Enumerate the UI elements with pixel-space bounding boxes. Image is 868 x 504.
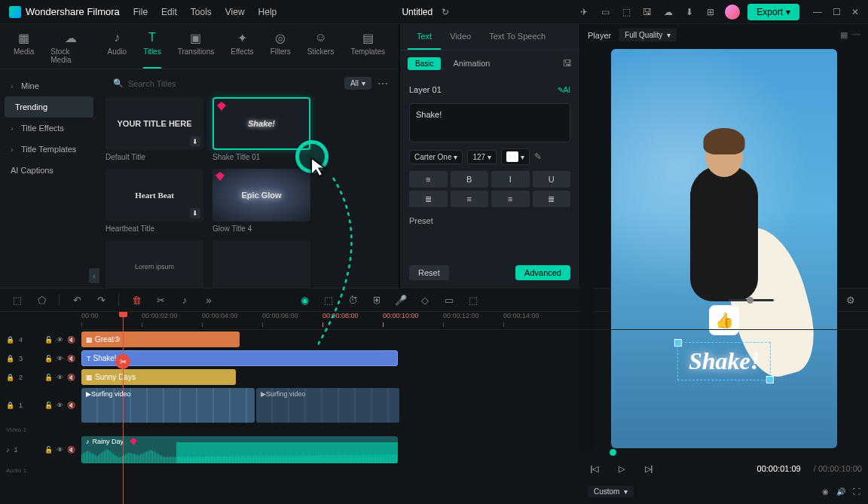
- title-thumb-glow[interactable]: Epic Glow: [212, 169, 310, 221]
- search-input[interactable]: 🔍Search Titles: [108, 75, 338, 91]
- video-clip-2[interactable]: ▶ Surfing video: [256, 388, 399, 423]
- title-card[interactable]: [212, 240, 310, 288]
- italic-button[interactable]: I: [491, 171, 530, 188]
- keyframe-tool[interactable]: ◇: [418, 293, 432, 307]
- split-marker[interactable]: ✂: [115, 354, 130, 369]
- title-card[interactable]: Epic Glow Glow Title 4: [212, 169, 310, 233]
- align-center-button[interactable]: ≡: [491, 191, 530, 207]
- title-thumb-heartbeat[interactable]: Heart Beat⬇: [105, 169, 203, 221]
- eyedropper-icon[interactable]: ✎: [534, 151, 542, 162]
- clip-sunny[interactable]: ▦Sunny Days: [81, 369, 236, 385]
- title-thumb-lorem[interactable]: Lorem ipsum: [105, 240, 203, 288]
- history-icon[interactable]: ↻: [439, 5, 452, 19]
- track-label-video[interactable]: 🔒1🔓👁🔇: [0, 386, 81, 424]
- track-4[interactable]: ▦Great③: [81, 330, 868, 349]
- align-right-button[interactable]: ≣: [533, 191, 571, 207]
- timeline-ruler[interactable]: 00:00 00:00:02:00 00:00:04:00 00:00:06:0…: [81, 312, 868, 330]
- more-options[interactable]: ⋯: [377, 78, 388, 90]
- speed-tool[interactable]: ⏱: [346, 293, 359, 307]
- select-tool[interactable]: ⬚: [11, 293, 24, 307]
- delete-button[interactable]: 🗑: [130, 293, 143, 307]
- apps-icon[interactable]: ⊞: [704, 5, 717, 19]
- bold-button[interactable]: B: [451, 171, 489, 188]
- filter-dropdown[interactable]: All▾: [344, 77, 371, 90]
- playhead[interactable]: [123, 312, 124, 504]
- sidebar-item-trending[interactable]: Trending: [5, 96, 93, 118]
- text-input[interactable]: Shake!: [409, 103, 570, 142]
- close-button[interactable]: ✕: [851, 7, 859, 17]
- reset-button[interactable]: Reset: [409, 265, 449, 280]
- underline-button[interactable]: U: [533, 171, 571, 188]
- video-track[interactable]: ▶ Surfing video ▶ Surfing video: [81, 386, 868, 424]
- crop-tool[interactable]: ⬚: [322, 293, 335, 307]
- title-thumb-shake[interactable]: Shake!: [212, 97, 310, 150]
- download-icon[interactable]: ⬇: [683, 5, 696, 19]
- menu-edit[interactable]: Edit: [161, 7, 177, 17]
- track-label-2[interactable]: 🔒2🔓👁🔇: [0, 368, 81, 386]
- tab-audio[interactable]: ♪Audio: [108, 30, 127, 69]
- waveform-icon[interactable]: 〰: [852, 30, 860, 40]
- save-preset-icon[interactable]: 🖫: [563, 58, 572, 69]
- minimize-button[interactable]: —: [813, 7, 822, 17]
- advanced-button[interactable]: Advanced: [515, 265, 570, 280]
- track-label-audio[interactable]: ♪1🔓👁🔇: [0, 435, 81, 465]
- font-size-input[interactable]: 127▾: [467, 150, 497, 164]
- screen-icon[interactable]: ⬚: [619, 5, 633, 19]
- grid-icon[interactable]: ▦: [840, 30, 848, 40]
- audio-clip-rainy[interactable]: ♪Rainy Day: [81, 436, 398, 463]
- tab-filters[interactable]: ◎Filters: [270, 30, 291, 69]
- user-avatar[interactable]: [725, 5, 740, 20]
- title-thumb-default[interactable]: YOUR TITLE HERE⬇: [105, 97, 203, 150]
- device-icon[interactable]: ▭: [598, 5, 612, 19]
- maximize-button[interactable]: ☐: [833, 7, 841, 17]
- download-icon[interactable]: ⬇: [190, 136, 200, 147]
- download-icon[interactable]: ⬇: [190, 208, 200, 218]
- marker-tool[interactable]: ▭: [442, 293, 456, 307]
- tab-transitions[interactable]: ▣Transitions: [178, 30, 215, 69]
- tab-effects[interactable]: ✦Effects: [231, 30, 253, 69]
- subtab-animation[interactable]: Animation: [447, 57, 496, 70]
- sidebar-item-title-templates[interactable]: ›Title Templates: [0, 139, 98, 160]
- send-icon[interactable]: ✈: [577, 5, 591, 19]
- track-2[interactable]: ▦Sunny Days: [81, 368, 868, 386]
- title-thumb-empty[interactable]: [212, 240, 310, 288]
- zoom-slider[interactable]: [729, 299, 774, 301]
- music-button[interactable]: ♪: [178, 293, 191, 307]
- subtab-basic[interactable]: Basic: [408, 57, 441, 70]
- title-card[interactable]: Lorem ipsum: [105, 240, 203, 288]
- split-button[interactable]: ✂: [154, 293, 167, 307]
- track-label-4[interactable]: 🔒4🔓👁🔇: [0, 330, 81, 349]
- title-card[interactable]: YOUR TITLE HERE⬇ Default Title: [105, 97, 203, 161]
- clip-great[interactable]: ▦Great③: [81, 331, 240, 347]
- track-label-3[interactable]: 🔒3🔓👁🔇: [0, 349, 81, 368]
- redo-button[interactable]: ↷: [94, 293, 108, 307]
- title-card[interactable]: Shake! Shake Title 01: [212, 97, 310, 161]
- color-picker[interactable]: ▾: [501, 148, 530, 165]
- mic-tool[interactable]: 🎤: [394, 293, 408, 307]
- inspector-tab-tts[interactable]: Text To Speech: [480, 24, 555, 50]
- cloud-icon[interactable]: ☁: [662, 5, 675, 19]
- sidebar-item-mine[interactable]: ›Mine: [0, 75, 98, 96]
- menu-file[interactable]: File: [133, 7, 148, 17]
- shield-tool[interactable]: ⛨: [370, 293, 384, 307]
- title-card[interactable]: Heart Beat⬇ Heartbeat Title: [105, 169, 203, 233]
- audio-track[interactable]: ♪Rainy Day: [81, 435, 868, 465]
- align-button[interactable]: ≡: [409, 171, 448, 188]
- sidebar-item-ai-captions[interactable]: AI Captions: [0, 160, 98, 181]
- menu-help[interactable]: Help: [258, 7, 277, 17]
- timeline-tracks[interactable]: 00:00 00:00:02:00 00:00:04:00 00:00:06:0…: [81, 312, 868, 504]
- quality-select[interactable]: Full Quality▾: [619, 29, 677, 41]
- ai-icon[interactable]: ✎AI: [558, 86, 570, 94]
- align-top-button[interactable]: ≣: [409, 191, 448, 207]
- tab-titles[interactable]: TTitles: [143, 30, 161, 69]
- save-icon[interactable]: 🖫: [640, 5, 654, 19]
- undo-button[interactable]: ↶: [70, 293, 84, 307]
- ai-tool[interactable]: ◉: [298, 293, 311, 307]
- tab-stock-media[interactable]: ☁Stock Media: [50, 30, 90, 69]
- align-left-button[interactable]: ≡: [451, 191, 489, 207]
- tab-templates[interactable]: ▤Templates: [350, 30, 385, 69]
- collapse-sidebar-button[interactable]: ‹: [89, 268, 99, 283]
- lasso-tool[interactable]: ⬠: [35, 293, 48, 307]
- tab-stickers[interactable]: ☺Stickers: [307, 30, 335, 69]
- export-button[interactable]: Export ▾: [747, 4, 799, 20]
